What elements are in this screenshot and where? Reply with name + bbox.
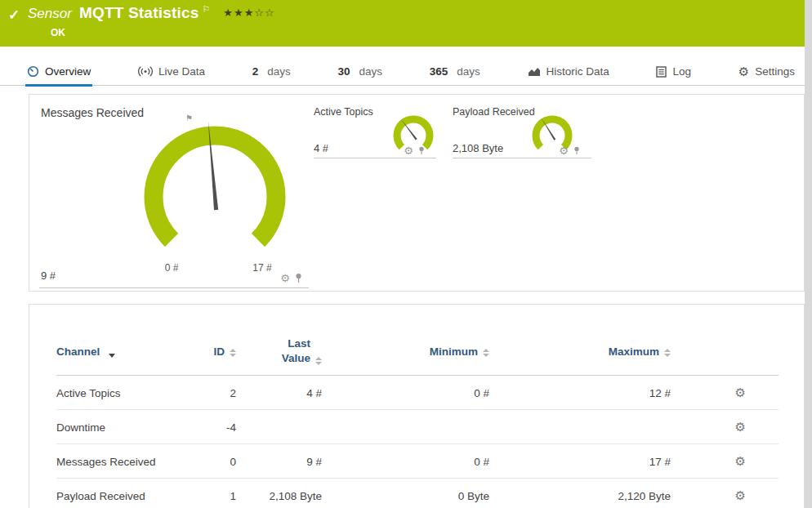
tab-settings[interactable]: ⚙ Settings [738, 58, 795, 86]
channel-maximum-cell [489, 410, 671, 444]
gauge-dial [133, 115, 297, 279]
channel-maximum-cell: 17 # [489, 444, 671, 479]
channel-minimum-cell: 0 Byte [322, 479, 489, 508]
channel-settings-icon[interactable]: ⚙ [735, 488, 746, 502]
settings-gear-icon: ⚙ [738, 65, 749, 78]
gauge-pin-icon[interactable] [418, 146, 425, 155]
channel-minimum-cell [322, 410, 489, 444]
gauge-scale-max: 17 # [248, 262, 277, 274]
gauge-actions: ⚙ [280, 273, 302, 283]
channel-last-value-cell: 9 # [236, 444, 322, 479]
column-header-maximum[interactable]: Maximum [489, 326, 671, 376]
object-type-label: Sensor [28, 6, 72, 22]
gauge-title: Payload Received [453, 106, 535, 118]
tab-overview[interactable]: Overview [27, 58, 91, 86]
gauge-settings-icon[interactable]: ⚙ [559, 145, 569, 156]
column-header-channel-label: Channel [56, 345, 100, 358]
sort-icon[interactable] [230, 349, 236, 357]
tab-2-days-unit: days [267, 65, 291, 78]
channel-name-cell: Messages Received [56, 444, 179, 479]
sort-caret-icon[interactable] [109, 354, 115, 358]
live-data-antenna-icon [138, 65, 153, 78]
priority-stars[interactable]: ★★★☆☆ [223, 7, 274, 19]
messages-received-gauge-block: Messages Received ⚑ 0 # 17 # 9 # ⚙ [39, 101, 309, 288]
channel-id-cell: -4 [179, 410, 236, 444]
tab-live-data[interactable]: Live Data [138, 58, 205, 86]
channels-table: Channel ID Last Value Minimum Maximum [56, 326, 779, 508]
channel-actions-cell: ⚙ [671, 479, 779, 508]
table-row: Payload Received 1 2,108 Byte 0 Byte 2,1… [56, 479, 779, 508]
channel-maximum-cell: 2,120 Byte [489, 479, 671, 508]
gauge-current-value: 2,108 Byte [453, 142, 503, 154]
gauge-settings-icon[interactable]: ⚙ [404, 145, 413, 156]
tab-log[interactable]: Log [656, 58, 691, 86]
gauge-title: Messages Received [41, 106, 144, 119]
channel-actions-cell: ⚙ [671, 444, 779, 479]
status-check-icon: ✓ [8, 7, 20, 24]
channel-maximum-cell: 12 # [489, 376, 671, 410]
channel-settings-icon[interactable]: ⚙ [735, 420, 746, 434]
channel-actions-cell: ⚙ [671, 376, 779, 410]
historic-chart-icon [528, 66, 541, 77]
log-document-icon [656, 66, 667, 78]
table-row: Messages Received 0 9 # 0 # 17 # ⚙ [56, 444, 779, 479]
sensor-header: ✓ Sensor MQTT Statistics ⚐ ★★★☆☆ OK [0, 0, 805, 47]
channel-last-value-cell: 2,108 Byte [236, 479, 322, 508]
channels-panel: Channel ID Last Value Minimum Maximum [29, 304, 805, 508]
channel-last-value-cell: 4 # [236, 376, 322, 410]
channel-settings-icon[interactable]: ⚙ [735, 454, 746, 468]
column-header-last-value[interactable]: Last Value [236, 326, 322, 376]
gauge-actions: ⚙ [404, 145, 425, 156]
column-header-last-value-label: Last Value [273, 336, 310, 366]
sort-icon[interactable] [315, 357, 322, 365]
gauge-current-value: 9 # [41, 270, 56, 282]
gauges-panel: Messages Received ⚑ 0 # 17 # 9 # ⚙ Activ… [29, 94, 805, 292]
channel-id-cell: 1 [179, 479, 236, 508]
tab-live-data-label: Live Data [158, 65, 205, 78]
favorite-flag-icon[interactable]: ⚐ [202, 4, 210, 15]
gauge-pin-icon[interactable] [295, 273, 302, 283]
table-row: Downtime -4 ⚙ [56, 410, 779, 444]
sort-icon[interactable] [664, 349, 671, 357]
gauge-settings-icon[interactable]: ⚙ [280, 273, 290, 283]
tab-365-days-unit: days [457, 65, 480, 78]
sensor-status-badge: OK [51, 27, 65, 38]
tab-bar: Overview Live Data 2 days 30 days 365 da… [0, 58, 805, 86]
channel-name-cell: Active Topics [56, 376, 179, 410]
column-header-actions [671, 326, 779, 376]
sort-icon[interactable] [483, 349, 489, 357]
tab-overview-label: Overview [45, 65, 91, 78]
tab-historic-data[interactable]: Historic Data [528, 58, 609, 86]
channel-last-value-cell [236, 410, 322, 444]
sensor-title-row: Sensor MQTT Statistics ⚐ ★★★☆☆ [28, 4, 275, 22]
tab-2-days[interactable]: 2 days [252, 58, 291, 86]
channel-minimum-cell: 0 # [322, 444, 489, 479]
tab-30-days[interactable]: 30 days [337, 58, 382, 86]
channel-minimum-cell: 0 # [322, 376, 489, 410]
column-header-channel[interactable]: Channel [56, 326, 179, 376]
column-header-minimum[interactable]: Minimum [322, 326, 489, 376]
page-title: MQTT Statistics [79, 4, 199, 22]
tab-365-days[interactable]: 365 days [430, 58, 480, 86]
table-row: Active Topics 2 4 # 0 # 12 # ⚙ [56, 376, 779, 410]
tab-2-days-number: 2 [252, 65, 259, 78]
messages-received-gauge: ⚑ 0 # 17 # [133, 115, 297, 279]
payload-received-gauge-block: Payload Received 2,108 Byte ⚙ [453, 103, 591, 158]
gauge-actions: ⚙ [559, 145, 580, 156]
column-header-id[interactable]: ID [179, 326, 236, 376]
active-topics-gauge-block: Active Topics 4 # ⚙ [314, 103, 436, 158]
channel-id-cell: 2 [179, 376, 236, 410]
gauge-pin-icon[interactable] [573, 146, 580, 155]
column-header-minimum-label: Minimum [430, 345, 478, 358]
gauge-current-value: 4 # [314, 142, 328, 154]
table-header-row: Channel ID Last Value Minimum Maximum [56, 326, 779, 376]
tab-log-label: Log [672, 65, 691, 78]
channel-name-cell: Downtime [56, 410, 179, 444]
column-header-maximum-label: Maximum [609, 345, 659, 358]
channel-actions-cell: ⚙ [671, 410, 779, 444]
page-edge-strip [805, 0, 812, 508]
gauge-scale-min: 0 # [157, 262, 186, 274]
tab-30-days-number: 30 [337, 65, 350, 78]
tab-30-days-unit: days [359, 65, 383, 78]
channel-settings-icon[interactable]: ⚙ [735, 385, 746, 399]
